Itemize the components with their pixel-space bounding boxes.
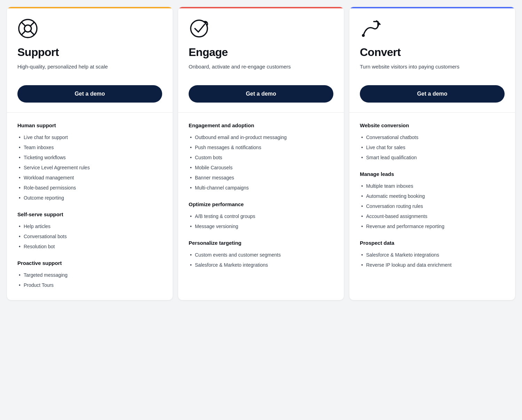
card-engage-section-1: Optimize performanceA/B testing & contro…	[189, 201, 333, 232]
card-convert-section-1-list: Multiple team inboxesAutomatic meeting b…	[360, 181, 505, 232]
list-item: Live chat for sales	[360, 143, 505, 153]
svg-point-6	[191, 20, 207, 37]
list-item: Workload management	[17, 173, 162, 183]
list-item: Outcome reporting	[17, 193, 162, 203]
cards-container: SupportHigh-quality, personalized help a…	[7, 7, 515, 300]
list-item: Multi-channel campaigns	[189, 183, 333, 193]
card-engage-demo-button[interactable]: Get a demo	[189, 85, 333, 103]
card-support-section-1: Self-serve supportHelp articlesConversat…	[17, 211, 162, 252]
card-convert-title: Convert	[360, 46, 505, 59]
card-engage-section-1-list: A/B testing & control groupsMessage vers…	[189, 211, 333, 232]
card-convert-section-1-title: Manage leads	[360, 171, 505, 177]
list-item: Product Tours	[17, 280, 162, 290]
card-convert-section-2-title: Prospect data	[360, 240, 505, 246]
card-support-demo-button[interactable]: Get a demo	[17, 85, 162, 103]
card-engage-section-0: Engagement and adoptionOutbound email an…	[189, 122, 333, 193]
list-item: Role-based permissions	[17, 183, 162, 193]
card-convert-section-0: Website conversionConversational chatbot…	[360, 122, 505, 163]
card-engage-section-2-title: Personalize targeting	[189, 240, 333, 246]
card-convert-section-2-list: Salesforce & Marketo integrationsReverse…	[360, 250, 505, 270]
list-item: Account-based assignments	[360, 211, 505, 221]
card-convert-demo-button[interactable]: Get a demo	[360, 85, 505, 103]
card-engage-subtitle: Onboard, activate and re-engage customer…	[189, 63, 333, 77]
list-item: Reverse IP lookup and data enrichment	[360, 260, 505, 270]
svg-point-8	[362, 34, 365, 37]
support-icon	[17, 18, 38, 39]
card-convert-body: Website conversionConversational chatbot…	[349, 112, 515, 280]
list-item: Salesforce & Marketo integrations	[189, 260, 333, 270]
list-item: Targeted messaging	[17, 270, 162, 280]
card-engage: EngageOnboard, activate and re-engage cu…	[178, 7, 344, 300]
card-engage-section-2: Personalize targetingCustom events and c…	[189, 240, 333, 270]
list-item: Push messages & notifications	[189, 143, 333, 153]
svg-point-7	[205, 21, 207, 23]
convert-icon	[360, 18, 381, 39]
card-engage-section-0-list: Outbound email and in-product messagingP…	[189, 132, 333, 193]
list-item: Revenue and performance reporting	[360, 221, 505, 232]
svg-line-3	[31, 23, 34, 26]
card-engage-section-1-title: Optimize performance	[189, 201, 333, 207]
card-convert-subtitle: Turn website visitors into paying custom…	[360, 63, 505, 77]
list-item: Multiple team inboxes	[360, 181, 505, 191]
card-support-title: Support	[17, 46, 162, 59]
card-convert-section-2: Prospect dataSalesforce & Marketo integr…	[360, 240, 505, 270]
list-item: Help articles	[17, 221, 162, 232]
list-item: Live chat for support	[17, 132, 162, 143]
card-support-section-0-list: Live chat for supportTeam inboxesTicketi…	[17, 132, 162, 203]
card-support-body: Human supportLive chat for supportTeam i…	[7, 112, 173, 300]
list-item: Message versioning	[189, 221, 333, 232]
engage-icon	[189, 18, 209, 39]
card-support-subtitle: High-quality, personalized help at scale	[17, 63, 162, 77]
card-support: SupportHigh-quality, personalized help a…	[7, 7, 173, 300]
card-engage-section-0-title: Engagement and adoption	[189, 122, 333, 128]
card-support-section-2: Proactive supportTargeted messagingProdu…	[17, 260, 162, 290]
card-convert: ConvertTurn website visitors into paying…	[349, 7, 515, 300]
card-engage-body: Engagement and adoptionOutbound email an…	[178, 112, 344, 280]
list-item: Service Level Agreement rules	[17, 163, 162, 173]
card-engage-title: Engage	[189, 46, 333, 59]
list-item: Banner messages	[189, 173, 333, 183]
list-item: Outbound email and in-product messaging	[189, 132, 333, 143]
svg-line-5	[31, 31, 34, 34]
card-convert-header: ConvertTurn website visitors into paying…	[349, 7, 515, 112]
card-convert-section-0-list: Conversational chatbotsLive chat for sal…	[360, 132, 505, 163]
card-support-section-2-title: Proactive support	[17, 260, 162, 266]
card-support-section-2-list: Targeted messagingProduct Tours	[17, 270, 162, 290]
card-support-section-0: Human supportLive chat for supportTeam i…	[17, 122, 162, 203]
list-item: Ticketing workflows	[17, 153, 162, 163]
list-item: Conversation routing rules	[360, 201, 505, 211]
list-item: Mobile Carousels	[189, 163, 333, 173]
card-convert-section-0-title: Website conversion	[360, 122, 505, 128]
card-support-section-1-title: Self-serve support	[17, 211, 162, 217]
list-item: Custom bots	[189, 153, 333, 163]
list-item: Conversational chatbots	[360, 132, 505, 143]
list-item: A/B testing & control groups	[189, 211, 333, 221]
svg-line-4	[22, 31, 25, 34]
list-item: Automatic meeting booking	[360, 191, 505, 201]
card-engage-header: EngageOnboard, activate and re-engage cu…	[178, 7, 344, 112]
card-support-header: SupportHigh-quality, personalized help a…	[7, 7, 173, 112]
card-convert-section-1: Manage leadsMultiple team inboxesAutomat…	[360, 171, 505, 232]
list-item: Conversational bots	[17, 232, 162, 242]
list-item: Custom events and customer segments	[189, 250, 333, 260]
svg-line-2	[22, 23, 25, 26]
card-support-section-1-list: Help articlesConversational botsResoluti…	[17, 221, 162, 252]
list-item: Resolution bot	[17, 242, 162, 252]
card-engage-section-2-list: Custom events and customer segmentsSales…	[189, 250, 333, 270]
card-support-section-0-title: Human support	[17, 122, 162, 128]
list-item: Salesforce & Marketo integrations	[360, 250, 505, 260]
list-item: Team inboxes	[17, 143, 162, 153]
list-item: Smart lead qualification	[360, 153, 505, 163]
